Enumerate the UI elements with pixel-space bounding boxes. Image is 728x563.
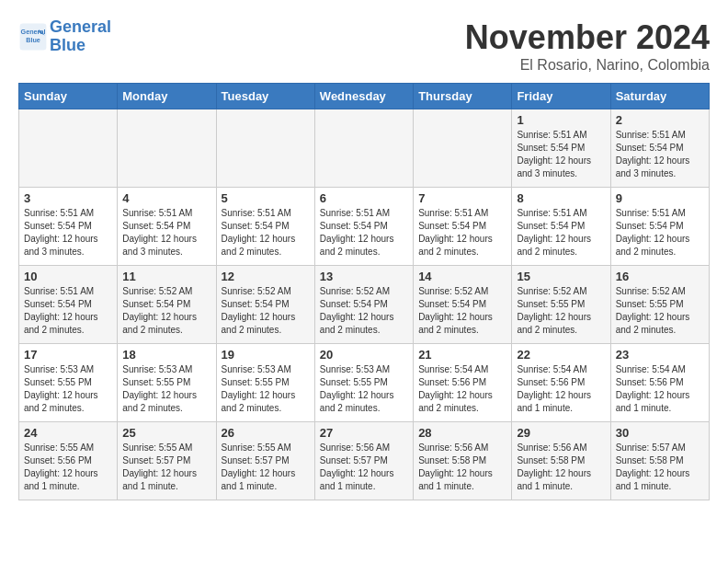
day-number: 29 <box>517 426 605 440</box>
header-day-friday: Friday <box>512 84 610 109</box>
calendar-cell: 26Sunrise: 5:55 AM Sunset: 5:57 PM Dayli… <box>216 422 314 500</box>
day-number: 6 <box>320 191 408 205</box>
day-number: 27 <box>320 426 408 440</box>
day-info: Sunrise: 5:55 AM Sunset: 5:57 PM Dayligh… <box>122 442 210 493</box>
logo-text-blue: Blue <box>50 37 111 55</box>
day-info: Sunrise: 5:54 AM Sunset: 5:56 PM Dayligh… <box>418 363 506 415</box>
day-info: Sunrise: 5:53 AM Sunset: 5:55 PM Dayligh… <box>320 363 408 415</box>
day-info: Sunrise: 5:55 AM Sunset: 5:56 PM Dayligh… <box>24 442 112 493</box>
calendar-cell: 13Sunrise: 5:52 AM Sunset: 5:54 PM Dayli… <box>314 266 413 344</box>
day-number: 24 <box>24 426 112 440</box>
calendar-cell: 23Sunrise: 5:54 AM Sunset: 5:56 PM Dayli… <box>610 344 709 422</box>
day-info: Sunrise: 5:57 AM Sunset: 5:58 PM Dayligh… <box>616 442 704 493</box>
header-day-monday: Monday <box>118 84 216 109</box>
calendar-week-row: 24Sunrise: 5:55 AM Sunset: 5:56 PM Dayli… <box>19 422 710 500</box>
day-info: Sunrise: 5:51 AM Sunset: 5:54 PM Dayligh… <box>24 207 112 259</box>
day-info: Sunrise: 5:51 AM Sunset: 5:54 PM Dayligh… <box>517 207 605 259</box>
day-info: Sunrise: 5:51 AM Sunset: 5:54 PM Dayligh… <box>517 129 605 180</box>
calendar-cell: 29Sunrise: 5:56 AM Sunset: 5:58 PM Dayli… <box>512 422 610 500</box>
calendar-cell: 25Sunrise: 5:55 AM Sunset: 5:57 PM Dayli… <box>118 422 216 500</box>
calendar-cell: 8Sunrise: 5:51 AM Sunset: 5:54 PM Daylig… <box>512 188 610 266</box>
day-info: Sunrise: 5:55 AM Sunset: 5:57 PM Dayligh… <box>222 442 310 493</box>
day-info: Sunrise: 5:53 AM Sunset: 5:55 PM Dayligh… <box>122 363 210 415</box>
day-number: 4 <box>122 191 210 205</box>
header-day-sunday: Sunday <box>19 84 118 109</box>
day-number: 13 <box>320 270 408 283</box>
day-number: 23 <box>616 348 704 362</box>
calendar-cell: 12Sunrise: 5:52 AM Sunset: 5:54 PM Dayli… <box>216 266 314 344</box>
header-day-saturday: Saturday <box>610 84 709 109</box>
day-info: Sunrise: 5:53 AM Sunset: 5:55 PM Dayligh… <box>222 363 310 415</box>
header-day-wednesday: Wednesday <box>314 84 413 109</box>
calendar-cell <box>314 109 413 188</box>
day-number: 22 <box>517 348 605 362</box>
day-info: Sunrise: 5:51 AM Sunset: 5:54 PM Dayligh… <box>418 207 506 259</box>
day-info: Sunrise: 5:52 AM Sunset: 5:55 PM Dayligh… <box>517 285 605 337</box>
calendar-cell: 9Sunrise: 5:51 AM Sunset: 5:54 PM Daylig… <box>610 188 709 266</box>
day-info: Sunrise: 5:51 AM Sunset: 5:54 PM Dayligh… <box>222 207 310 259</box>
calendar-cell: 19Sunrise: 5:53 AM Sunset: 5:55 PM Dayli… <box>216 344 314 422</box>
day-info: Sunrise: 5:52 AM Sunset: 5:54 PM Dayligh… <box>222 285 310 337</box>
calendar-cell: 16Sunrise: 5:52 AM Sunset: 5:55 PM Dayli… <box>610 266 709 344</box>
day-number: 14 <box>418 270 506 283</box>
day-number: 17 <box>24 348 112 362</box>
day-info: Sunrise: 5:56 AM Sunset: 5:58 PM Dayligh… <box>418 442 506 493</box>
logo-text-general: General <box>50 17 111 36</box>
day-number: 11 <box>122 270 210 283</box>
calendar-cell: 22Sunrise: 5:54 AM Sunset: 5:56 PM Dayli… <box>512 344 610 422</box>
calendar-cell: 15Sunrise: 5:52 AM Sunset: 5:55 PM Dayli… <box>512 266 610 344</box>
calendar-header-row: SundayMondayTuesdayWednesdayThursdayFrid… <box>19 84 710 109</box>
calendar-week-row: 17Sunrise: 5:53 AM Sunset: 5:55 PM Dayli… <box>19 344 710 422</box>
day-info: Sunrise: 5:56 AM Sunset: 5:58 PM Dayligh… <box>517 442 605 493</box>
calendar-week-row: 10Sunrise: 5:51 AM Sunset: 5:54 PM Dayli… <box>19 266 710 344</box>
calendar-cell: 5Sunrise: 5:51 AM Sunset: 5:54 PM Daylig… <box>216 188 314 266</box>
location-subtitle: El Rosario, Narino, Colombia <box>465 57 710 74</box>
calendar-cell: 30Sunrise: 5:57 AM Sunset: 5:58 PM Dayli… <box>610 422 709 500</box>
day-number: 1 <box>517 113 605 127</box>
calendar-table: SundayMondayTuesdayWednesdayThursdayFrid… <box>18 83 710 500</box>
svg-text:General: General <box>21 28 46 36</box>
calendar-cell: 17Sunrise: 5:53 AM Sunset: 5:55 PM Dayli… <box>19 344 118 422</box>
calendar-cell: 10Sunrise: 5:51 AM Sunset: 5:54 PM Dayli… <box>19 266 118 344</box>
logo-icon: General Blue <box>18 22 48 52</box>
day-info: Sunrise: 5:53 AM Sunset: 5:55 PM Dayligh… <box>24 363 112 415</box>
day-number: 7 <box>418 191 506 205</box>
day-number: 21 <box>418 348 506 362</box>
day-info: Sunrise: 5:51 AM Sunset: 5:54 PM Dayligh… <box>320 207 408 259</box>
calendar-cell: 18Sunrise: 5:53 AM Sunset: 5:55 PM Dayli… <box>118 344 216 422</box>
month-title: November 2024 <box>465 18 710 57</box>
calendar-cell: 24Sunrise: 5:55 AM Sunset: 5:56 PM Dayli… <box>19 422 118 500</box>
title-area: November 2024 El Rosario, Narino, Colomb… <box>465 18 710 74</box>
day-info: Sunrise: 5:52 AM Sunset: 5:55 PM Dayligh… <box>616 285 704 337</box>
day-number: 30 <box>616 426 704 440</box>
day-info: Sunrise: 5:52 AM Sunset: 5:54 PM Dayligh… <box>320 285 408 337</box>
day-number: 16 <box>616 270 704 283</box>
day-info: Sunrise: 5:51 AM Sunset: 5:54 PM Dayligh… <box>122 207 210 259</box>
calendar-cell: 28Sunrise: 5:56 AM Sunset: 5:58 PM Dayli… <box>414 422 512 500</box>
calendar-cell: 14Sunrise: 5:52 AM Sunset: 5:54 PM Dayli… <box>414 266 512 344</box>
day-number: 25 <box>122 426 210 440</box>
day-info: Sunrise: 5:54 AM Sunset: 5:56 PM Dayligh… <box>616 363 704 415</box>
day-number: 18 <box>122 348 210 362</box>
day-info: Sunrise: 5:51 AM Sunset: 5:54 PM Dayligh… <box>616 207 704 259</box>
calendar-cell <box>216 109 314 188</box>
day-number: 9 <box>616 191 704 205</box>
logo: General Blue General Blue <box>18 18 111 55</box>
day-number: 15 <box>517 270 605 283</box>
header-day-tuesday: Tuesday <box>216 84 314 109</box>
page-header: General Blue General Blue November 2024 … <box>18 18 710 74</box>
day-number: 19 <box>222 348 310 362</box>
header-day-thursday: Thursday <box>414 84 512 109</box>
calendar-cell: 6Sunrise: 5:51 AM Sunset: 5:54 PM Daylig… <box>314 188 413 266</box>
day-number: 3 <box>24 191 112 205</box>
calendar-cell <box>414 109 512 188</box>
calendar-cell: 7Sunrise: 5:51 AM Sunset: 5:54 PM Daylig… <box>414 188 512 266</box>
calendar-cell <box>118 109 216 188</box>
day-number: 8 <box>517 191 605 205</box>
day-number: 5 <box>222 191 310 205</box>
day-info: Sunrise: 5:54 AM Sunset: 5:56 PM Dayligh… <box>517 363 605 415</box>
calendar-week-row: 1Sunrise: 5:51 AM Sunset: 5:54 PM Daylig… <box>19 109 710 188</box>
day-number: 20 <box>320 348 408 362</box>
svg-text:Blue: Blue <box>26 35 40 43</box>
day-info: Sunrise: 5:56 AM Sunset: 5:57 PM Dayligh… <box>320 442 408 493</box>
